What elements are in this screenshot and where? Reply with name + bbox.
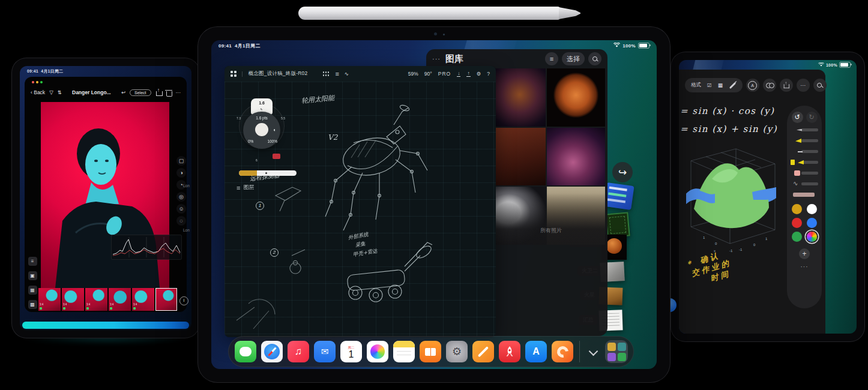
more-button[interactable]: ··· bbox=[176, 89, 181, 95]
dock-chevron-down-icon[interactable] bbox=[586, 344, 600, 359]
dock-app-swirl[interactable] bbox=[552, 341, 573, 362]
grid-toggle-icon[interactable] bbox=[322, 71, 330, 77]
layers-icon[interactable]: ≡ bbox=[335, 70, 339, 77]
color-swatch-red[interactable] bbox=[792, 218, 802, 228]
undo-icon[interactable]: ↩ bbox=[121, 89, 125, 95]
window-traffic-lights[interactable] bbox=[32, 81, 43, 83]
select-button[interactable]: Select bbox=[130, 89, 151, 96]
dock-app-mail[interactable]: ✉ bbox=[314, 341, 336, 362]
zoom-dot-icon[interactable] bbox=[40, 81, 43, 83]
more-button[interactable]: ··· bbox=[797, 79, 810, 92]
info-button[interactable]: i bbox=[179, 296, 188, 305]
tool-pen[interactable] bbox=[791, 126, 818, 134]
export-icon[interactable]: ↑ bbox=[466, 71, 470, 77]
dock-app-music[interactable]: ♫ bbox=[288, 341, 309, 362]
share-arrow-button[interactable]: ↪ bbox=[612, 162, 633, 182]
collaborate-icon[interactable] bbox=[763, 79, 776, 92]
gallery-more-button[interactable]: ··· bbox=[432, 55, 441, 62]
zoom-level[interactable]: 59% bbox=[408, 71, 418, 77]
tool-highlighter[interactable] bbox=[791, 158, 818, 166]
color-wheel-icon[interactable]: ◑ bbox=[176, 168, 186, 178]
sticker-thumbnail[interactable] bbox=[603, 182, 634, 210]
filter-icon[interactable]: ▽ bbox=[49, 89, 53, 95]
rotation-value[interactable]: 90° bbox=[424, 71, 432, 77]
trash-icon[interactable] bbox=[166, 90, 172, 97]
brush-wheel[interactable]: 1.6✎ 7.3 5.5 6 1.6 pts ◐ 0% 100% bbox=[238, 98, 286, 166]
search-icon[interactable] bbox=[813, 79, 827, 92]
view-options-icon[interactable]: ≡ bbox=[545, 52, 558, 65]
download-icon[interactable]: ↓ bbox=[457, 71, 460, 77]
dock-app-safari[interactable] bbox=[261, 341, 283, 362]
checklist-icon[interactable]: ☑ bbox=[707, 82, 712, 88]
tool-lasso[interactable]: ∿ bbox=[791, 180, 818, 188]
brush-size-option[interactable]: 5.5 bbox=[281, 116, 285, 120]
gallery-photo[interactable] bbox=[488, 68, 546, 127]
tool-fountain-pen[interactable] bbox=[791, 137, 818, 145]
tool-ruler[interactable] bbox=[791, 191, 818, 199]
gallery-photo[interactable] bbox=[547, 128, 605, 186]
blur-icon[interactable]: ◌ bbox=[176, 216, 186, 226]
add-tool-button[interactable]: + bbox=[799, 248, 810, 259]
dock-recent-apps[interactable] bbox=[605, 340, 628, 363]
filmstrip-thumb-selected[interactable] bbox=[155, 288, 177, 311]
portrait-icon[interactable]: ☺ bbox=[176, 204, 186, 214]
frame-icon[interactable]: ▩ bbox=[28, 300, 37, 309]
adjust-icon[interactable]: ≡ bbox=[28, 257, 37, 266]
drawing-canvas[interactable]: 轮用太阳能 V2 远程探测器 外部系统 采集 甲壳+雷达 1 2 1.6✎ 7.… bbox=[225, 82, 496, 337]
table-icon[interactable]: ▦ bbox=[718, 82, 723, 88]
color-swatch-white[interactable] bbox=[807, 204, 817, 214]
color-swatch-gold[interactable] bbox=[792, 204, 802, 214]
minimize-dot-icon[interactable] bbox=[36, 81, 38, 83]
close-dot-icon[interactable] bbox=[32, 81, 34, 83]
tool-eraser[interactable] bbox=[791, 169, 818, 177]
crop-icon[interactable]: ▢ bbox=[176, 156, 186, 166]
filmstrip-thumb[interactable]: 3:4 bbox=[132, 288, 154, 311]
color-swatch-blue[interactable] bbox=[807, 218, 817, 228]
brush-wheel-center[interactable]: 1.6 pts ◐ 0% 100% bbox=[243, 112, 280, 149]
vignette-icon[interactable]: ◎ bbox=[176, 192, 186, 202]
filmstrip-thumb[interactable]: 3:4 bbox=[38, 288, 61, 311]
home-grid-icon[interactable] bbox=[231, 71, 237, 77]
markup-pen-icon[interactable] bbox=[729, 82, 735, 88]
layers-button[interactable]: ≡ 图层 bbox=[237, 184, 254, 191]
dock-app-photos[interactable] bbox=[367, 341, 388, 362]
share-icon[interactable]: ↑ bbox=[780, 79, 793, 92]
gallery-photo[interactable] bbox=[547, 68, 605, 127]
color-swatch-green[interactable] bbox=[792, 232, 802, 242]
filmstrip-thumb[interactable]: 3:4 bbox=[62, 288, 84, 311]
filmstrip-thumb[interactable]: 3:4 bbox=[85, 288, 107, 311]
undo-button[interactable]: ↺ bbox=[792, 112, 803, 123]
dock-app-pencil-draw[interactable] bbox=[472, 341, 494, 362]
color-swatch-red[interactable] bbox=[273, 154, 280, 159]
dock-app-settings[interactable]: ⚙ bbox=[446, 341, 468, 362]
color-swatches bbox=[792, 204, 817, 242]
dock-app-rocket[interactable] bbox=[499, 341, 520, 362]
help-icon[interactable]: ? bbox=[487, 71, 490, 77]
dock-app-notes[interactable] bbox=[393, 341, 415, 362]
settings-gear-icon[interactable]: ⚙ bbox=[477, 71, 481, 77]
dock-app-calendar[interactable]: 周二 1 bbox=[340, 341, 362, 362]
format-button[interactable]: 格式 bbox=[691, 82, 701, 89]
text-style-button[interactable]: A bbox=[746, 79, 759, 92]
tool-pencil[interactable] bbox=[791, 148, 818, 155]
dock-app-appstore[interactable]: A bbox=[525, 341, 547, 362]
brush-slider[interactable] bbox=[239, 170, 297, 176]
gallery-photo[interactable] bbox=[488, 128, 546, 186]
batch-icon[interactable]: ▦ bbox=[28, 286, 37, 295]
dock-app-books[interactable] bbox=[420, 341, 441, 362]
export-icon[interactable]: ▣ bbox=[28, 271, 37, 280]
back-button[interactable]: ‹ Back bbox=[31, 89, 45, 95]
brush-size-option[interactable]: 7.3 bbox=[237, 116, 241, 120]
redo-button[interactable]: ↻ bbox=[806, 112, 818, 123]
color-swatch-multicolor-selected[interactable] bbox=[807, 232, 817, 242]
gallery-search-icon[interactable] bbox=[588, 52, 601, 65]
dock-app-messages[interactable] bbox=[235, 341, 256, 362]
sort-icon[interactable]: ⇅ bbox=[58, 89, 62, 95]
share-icon[interactable]: ↑ bbox=[155, 89, 162, 96]
filmstrip-thumb[interactable]: 3:4 bbox=[109, 288, 131, 311]
gallery-select-button[interactable]: 选择 bbox=[562, 52, 585, 65]
palette-more-button[interactable]: ··· bbox=[801, 263, 809, 270]
lasso-icon[interactable]: ∿ bbox=[345, 71, 349, 77]
brush-size-option[interactable]: 6 bbox=[256, 158, 258, 162]
all-photos-label[interactable]: 所有照片 bbox=[540, 227, 562, 235]
